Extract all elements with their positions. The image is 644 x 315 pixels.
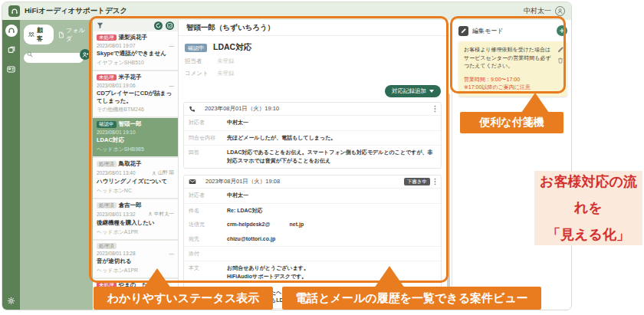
ticket-title: LDAC対応 bbox=[97, 136, 174, 144]
user-avatar-icon[interactable] bbox=[555, 6, 565, 16]
ticket-list-toolbar bbox=[93, 20, 178, 31]
ticket-product: その他機種BTM246 bbox=[97, 106, 174, 113]
ticket-list-item[interactable]: 処理済鳥取花子 2023/08/01 13:40山野 陽 ハウリングノイズについ… bbox=[93, 158, 178, 199]
tab-customers-label: 顧客 bbox=[37, 26, 48, 43]
ticket-product: ヘッドホンA1PR bbox=[97, 228, 174, 236]
boards-nav-icon[interactable] bbox=[5, 44, 18, 56]
refresh-button[interactable] bbox=[154, 21, 163, 30]
ticket-customer-name: 倉吉一郎 bbox=[119, 202, 142, 209]
callout-pointer-case-view bbox=[374, 266, 405, 288]
callout-pointer-status bbox=[143, 268, 171, 288]
customer-search-row bbox=[20, 48, 93, 64]
add-record-label: 対応記録追加 bbox=[392, 87, 426, 95]
kebab-menu-icon[interactable] bbox=[434, 105, 436, 113]
add-record-button[interactable]: 対応記録追加 bbox=[385, 85, 441, 97]
ticket-assignee: — bbox=[169, 83, 175, 88]
filter-funnel-icon[interactable] bbox=[97, 22, 104, 29]
trash-icon[interactable] bbox=[557, 57, 564, 64]
ticket-assignee: — bbox=[169, 43, 175, 48]
envelope-icon bbox=[189, 179, 196, 185]
field-value: 中村太一 bbox=[227, 119, 248, 127]
ticket-title: Skypeで通話ができません bbox=[97, 50, 174, 57]
sticky-note-body: お客様より修理依頼を受けた場合はサービスセンターの営業時間も必ずつたえてください… bbox=[464, 46, 554, 71]
tab-folders[interactable]: フォルダ bbox=[57, 25, 90, 44]
ticket-datetime: 2023/08/01 19:10 bbox=[97, 130, 136, 135]
ticket-customer-name: 鳥取花子 bbox=[119, 160, 142, 168]
nav-tabs: 顧客 フォルダ bbox=[20, 20, 93, 48]
edit-mode-toggle-icon[interactable] bbox=[458, 26, 468, 36]
ticket-list-item[interactable]: 未処理米子花子 2023/08/01 19:06— CDプレイヤーにCDが詰まっ… bbox=[93, 71, 178, 119]
ticket-list-panel: 未処理湯梨浜花子 2023/08/01 19:07— Skypeで通話ができませ… bbox=[93, 20, 179, 310]
sticky-note-warning: ※17:00以降のご案内に注意 bbox=[464, 84, 562, 92]
contacts-nav-icon[interactable] bbox=[5, 63, 18, 75]
detail-scrollbar[interactable] bbox=[447, 94, 450, 310]
ticket-title: CDプレイヤーにCDが詰まってしまった。 bbox=[97, 90, 174, 105]
kebab-menu-icon[interactable] bbox=[434, 178, 436, 185]
ticket-customer-name: 湯梨浜花子 bbox=[119, 34, 148, 41]
phone-icon bbox=[189, 106, 196, 113]
add-note-button[interactable] bbox=[557, 25, 567, 36]
app-window: HiFiオーディオサポートデスク 中村太一 bbox=[2, 2, 572, 310]
status-badge: 処理済 bbox=[97, 243, 117, 250]
ticket-customer-name: 米子花子 bbox=[119, 74, 142, 81]
field-label: 宛先 bbox=[189, 235, 227, 244]
status-badge: 処理済 bbox=[97, 161, 117, 168]
callout-case-view: 電話とメールの履歴を一覧できる案件ビュー bbox=[282, 287, 541, 310]
comment-label: コメント bbox=[185, 70, 217, 77]
ticket-datetime: 2023/08/01 19:06 bbox=[97, 83, 136, 88]
headset-logo-icon bbox=[8, 5, 20, 17]
ticket-datetime: 2023/08/01 13:40 bbox=[97, 170, 136, 176]
phone-record-card: 2023年08月01日（火）19:10 対応者中村太一 問合せ内容先ほどメールし… bbox=[183, 102, 442, 169]
ticket-product: ヘッドホンNC bbox=[97, 187, 174, 195]
add-customer-button[interactable] bbox=[80, 49, 90, 60]
field-label: 件名 bbox=[189, 207, 227, 215]
search-icon bbox=[27, 51, 33, 57]
field-value: crm-helpdesk2@ net.jp bbox=[227, 221, 304, 229]
screenshot-stage: HiFiオーディオサポートデスク 中村太一 bbox=[0, 0, 644, 315]
bulk-edit-button[interactable] bbox=[166, 21, 174, 30]
assignee-value[interactable]: 未登録 bbox=[217, 57, 235, 65]
status-badge: 未処理 bbox=[97, 74, 117, 81]
ticket-assignee: 山野 陽 bbox=[152, 169, 174, 176]
field-value: 中村太一 bbox=[227, 192, 248, 200]
ticket-customer-name: 智頭一郎 bbox=[119, 120, 142, 128]
ticket-list-item[interactable]: 未処理湯梨浜花子 2023/08/01 19:07— Skypeで通話ができませ… bbox=[93, 31, 178, 71]
field-value: 先ほどメールしたが、電話もしてしまった。 bbox=[227, 134, 336, 143]
ticket-assignee: — bbox=[169, 130, 175, 135]
email-record-datetime: 2023年08月01日（火）19:08 bbox=[205, 178, 280, 185]
field-value: chizu@tottori.co.jp bbox=[227, 235, 275, 244]
flow-line2: 「見える化」 bbox=[547, 221, 630, 248]
field-label: 送信元 bbox=[189, 221, 227, 229]
ticket-datetime: 2023/08/01 13:28 bbox=[97, 251, 136, 256]
annotation-flow-visualization: お客様対応の流れを 「見える化」 bbox=[534, 171, 642, 245]
sticky-notes-panel: 編集モード お客様より修理依頼を受けた場合はサービスセンターの営業時間も必ずつた… bbox=[452, 20, 572, 310]
ticket-list-item[interactable]: 処理済倉吉一郎 2023/08/01 13:32中村太一 後継機種を購入したい … bbox=[93, 199, 178, 241]
status-badge: 未処理 bbox=[97, 34, 117, 41]
callout-sticky-feature: 便利な付箋機 bbox=[460, 112, 564, 133]
assignee-label: 担当者 bbox=[185, 57, 217, 65]
ticket-datetime: 2023/08/01 13:32 bbox=[97, 212, 136, 217]
tab-customers[interactable]: 顧客 bbox=[24, 25, 54, 44]
customer-nav-panel: 顧客 フォルダ bbox=[20, 20, 93, 310]
field-value: Re: LDAC対応 bbox=[227, 207, 263, 215]
person-icon bbox=[152, 171, 156, 176]
ticket-title: ハウリングノイズについて bbox=[97, 178, 174, 185]
ticket-datetime: 2023/08/01 19:07 bbox=[97, 43, 136, 48]
edit-mode-label: 編集モード bbox=[472, 27, 503, 35]
settings-gear-icon[interactable] bbox=[2, 297, 20, 305]
phone-record-datetime: 2023年08月01日（火）19:10 bbox=[205, 105, 279, 113]
top-bar: HiFiオーディオサポートデスク 中村太一 bbox=[2, 2, 571, 20]
chevron-down-icon bbox=[429, 90, 434, 93]
edit-pencil-icon[interactable] bbox=[557, 47, 564, 53]
case-detail-panel: 智頭一郎（ちずいちろう） 確認中 LDAC対応 担当者 未登録 コメント 未登録… bbox=[179, 20, 452, 310]
support-desk-nav-icon[interactable] bbox=[5, 25, 18, 37]
sticky-note[interactable]: お客様より修理依頼を受けた場合はサービスセンターの営業時間も必ずつたえてください… bbox=[458, 41, 567, 97]
ticket-title: 音が途切れる bbox=[97, 258, 174, 265]
ticket-assignee: — bbox=[169, 251, 175, 256]
comment-value[interactable]: 未登録 bbox=[217, 70, 235, 77]
flow-line1: お客様対応の流れを bbox=[534, 169, 642, 221]
ticket-product: イヤフォンSHB510 bbox=[97, 59, 174, 67]
user-name: 中村太一 bbox=[524, 6, 551, 16]
ticket-list-item-selected[interactable]: 確認中智頭一郎 2023/08/01 19:10— LDAC対応 ヘッドホンSH… bbox=[93, 118, 178, 158]
field-label: 問合せ内容 bbox=[189, 134, 227, 143]
